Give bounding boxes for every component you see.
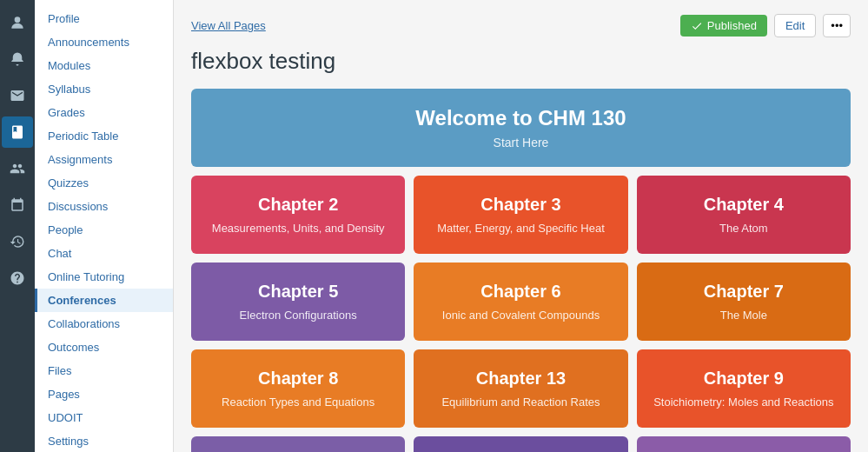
chapter-card-7[interactable]: Chapter 13 Equilibrium and Reaction Rate… xyxy=(414,349,627,428)
sidebar-item-announcements[interactable]: Announcements xyxy=(35,30,173,54)
topbar: View All Pages Published Edit ••• xyxy=(191,14,851,37)
breadcrumb-link[interactable]: View All Pages xyxy=(191,19,266,32)
main-content: View All Pages Published Edit ••• flexbo… xyxy=(174,0,868,452)
edit-button[interactable]: Edit xyxy=(774,14,816,37)
card-title-5: Chapter 7 xyxy=(704,282,784,302)
sidebar-item-conferences[interactable]: Conferences xyxy=(35,289,173,312)
people-icon[interactable] xyxy=(2,153,33,184)
help-icon[interactable] xyxy=(2,263,33,294)
profile-icon[interactable] xyxy=(2,7,33,38)
banner-title: Welcome to CHM 130 xyxy=(415,106,626,130)
inbox-icon[interactable] xyxy=(2,80,33,111)
card-title-2: Chapter 4 xyxy=(704,195,784,215)
sidebar-item-discussions[interactable]: Discussions xyxy=(35,195,173,218)
card-subtitle-4: Ionic and Covalent Compounds xyxy=(442,309,600,322)
sidebar-item-assignments[interactable]: Assignments xyxy=(35,148,173,171)
chapter-card-0[interactable]: Chapter 2 Measurements, Units, and Densi… xyxy=(191,176,405,254)
chapter-card-2[interactable]: Chapter 4 The Atom xyxy=(637,176,851,254)
history-icon[interactable] xyxy=(2,226,33,257)
card-subtitle-1: Matter, Energy, and Specific Heat xyxy=(437,222,605,235)
sidebar-item-profile[interactable]: Profile xyxy=(35,7,173,30)
sidebar-item-people[interactable]: People xyxy=(35,218,173,242)
icon-bar xyxy=(0,0,35,452)
chapter-card-11[interactable]: Chapter 14 xyxy=(637,436,851,452)
sidebar-item-grades[interactable]: Grades xyxy=(35,101,173,124)
card-title-0: Chapter 2 xyxy=(258,195,338,215)
chapter-card-10[interactable]: Chapter 12 xyxy=(414,436,627,452)
sidebar-item-quizzes[interactable]: Quizzes xyxy=(35,171,173,195)
page-title: flexbox testing xyxy=(191,48,851,75)
chapter-card-3[interactable]: Chapter 5 Electron Configurations xyxy=(191,263,405,341)
card-title-8: Chapter 9 xyxy=(704,369,784,389)
chapter-card-9[interactable]: Chapter 10 xyxy=(191,436,405,452)
sidebar-item-collaborations[interactable]: Collaborations xyxy=(35,312,173,336)
sidebar-item-periodic-table[interactable]: Periodic Table xyxy=(35,124,173,148)
sidebar: Profile Announcements Modules Syllabus G… xyxy=(35,0,174,452)
sidebar-item-files[interactable]: Files xyxy=(35,359,173,382)
sidebar-item-pages[interactable]: Pages xyxy=(35,382,173,406)
published-button[interactable]: Published xyxy=(680,15,767,37)
topbar-actions: Published Edit ••• xyxy=(680,14,851,37)
card-title-1: Chapter 3 xyxy=(480,195,560,215)
sidebar-item-modules[interactable]: Modules xyxy=(35,54,173,77)
card-title-7: Chapter 13 xyxy=(476,369,566,389)
chapter-card-4[interactable]: Chapter 6 Ionic and Covalent Compounds xyxy=(414,263,627,341)
card-title-3: Chapter 5 xyxy=(258,282,338,302)
card-title-6: Chapter 8 xyxy=(258,369,338,389)
chapter-card-6[interactable]: Chapter 8 Reaction Types and Equations xyxy=(191,349,405,428)
card-subtitle-2: The Atom xyxy=(719,222,768,235)
sidebar-item-settings[interactable]: Settings xyxy=(35,429,173,452)
banner-card[interactable]: Welcome to CHM 130 Start Here xyxy=(191,89,851,167)
calendar-icon[interactable] xyxy=(2,189,33,221)
more-button[interactable]: ••• xyxy=(823,14,851,37)
card-subtitle-8: Stoichiometry: Moles and Reactions xyxy=(653,396,833,409)
card-subtitle-5: The Mole xyxy=(720,309,767,322)
sidebar-item-outcomes[interactable]: Outcomes xyxy=(35,336,173,359)
chapter-card-8[interactable]: Chapter 9 Stoichiometry: Moles and React… xyxy=(637,349,851,428)
courses-icon[interactable] xyxy=(2,116,33,148)
svg-point-0 xyxy=(15,17,21,23)
card-subtitle-7: Equilibrium and Reaction Rates xyxy=(441,396,600,409)
banner-subtitle: Start Here xyxy=(494,136,549,150)
card-title-4: Chapter 6 xyxy=(480,282,560,302)
sidebar-item-syllabus[interactable]: Syllabus xyxy=(35,77,173,101)
sidebar-item-chat[interactable]: Chat xyxy=(35,242,173,265)
sidebar-item-online-tutoring[interactable]: Online Tutoring xyxy=(35,265,173,289)
chapter-card-5[interactable]: Chapter 7 The Mole xyxy=(637,263,851,341)
notifications-icon[interactable] xyxy=(2,43,33,75)
card-subtitle-0: Measurements, Units, and Density xyxy=(212,222,385,235)
chapter-card-1[interactable]: Chapter 3 Matter, Energy, and Specific H… xyxy=(414,176,627,254)
published-label: Published xyxy=(707,19,757,32)
sidebar-item-udoit[interactable]: UDOIT xyxy=(35,406,173,429)
card-subtitle-3: Electron Configurations xyxy=(240,309,357,322)
content-grid: Welcome to CHM 130 Start Here Chapter 2 … xyxy=(191,89,851,452)
card-subtitle-6: Reaction Types and Equations xyxy=(222,396,374,409)
